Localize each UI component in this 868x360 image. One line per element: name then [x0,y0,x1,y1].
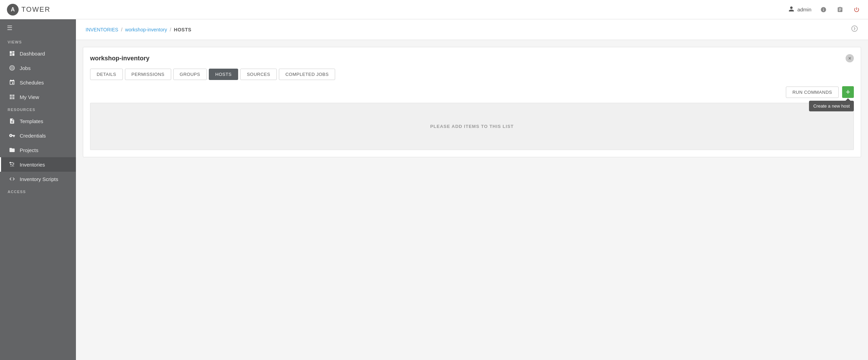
schedules-icon [9,79,16,86]
sidebar-label-jobs: Jobs [20,65,31,71]
logo-icon: A [7,4,19,16]
sidebar-section-views: VIEWS [0,37,76,46]
run-commands-button[interactable]: RUN COMMANDS [786,87,839,98]
tab-permissions[interactable]: PERMISSIONS [125,69,171,80]
projects-icon [9,147,16,153]
sidebar-section-access: ACCESS [0,186,76,196]
app-logo: A TOWER [7,4,50,16]
add-host-button[interactable]: + [842,86,854,98]
dashboard-icon [9,50,16,57]
user-label: admin [797,7,811,12]
svg-point-2 [10,162,11,164]
my-view-icon [9,93,16,100]
sidebar-menu-button[interactable]: ☰ [0,19,76,37]
sidebar-label-inventory-scripts: Inventory Scripts [20,176,58,182]
sidebar-label-dashboard: Dashboard [20,51,45,57]
empty-list-message: PLEASE ADD ITEMS TO THIS LIST [430,124,514,129]
svg-point-0 [11,67,13,69]
topbar-user[interactable]: admin [788,6,811,13]
breadcrumb-sep-2: / [170,27,171,32]
inventory-panel: workshop-inventory × DETAILS PERMISSIONS… [83,47,861,157]
sidebar-item-inventories[interactable]: Inventories [0,157,76,172]
power-icon[interactable] [852,5,861,14]
templates-icon [9,118,16,124]
main-content: INVENTORIES / workshop-inventory / HOSTS… [76,19,868,360]
clipboard-icon[interactable] [836,5,845,14]
app-name: TOWER [21,6,50,13]
sidebar-item-projects[interactable]: Projects [0,143,76,157]
sidebar-item-credentials[interactable]: Credentials [0,128,76,143]
tab-details[interactable]: DETAILS [90,69,123,80]
sidebar-section-resources: RESOURCES [0,104,76,114]
sidebar-item-jobs[interactable]: Jobs [0,61,76,75]
sidebar-label-projects: Projects [20,147,38,153]
sidebar-item-templates[interactable]: Templates [0,114,76,128]
tab-sources[interactable]: SOURCES [240,69,277,80]
sidebar-item-inventory-scripts[interactable]: Inventory Scripts [0,172,76,186]
svg-point-4 [13,163,14,164]
svg-point-5 [10,164,11,165]
tabs-row: DETAILS PERMISSIONS GROUPS HOSTS SOURCES… [90,69,854,80]
breadcrumb: INVENTORIES / workshop-inventory / HOSTS [86,27,192,32]
sidebar-label-my-view: My View [20,94,39,100]
sidebar-item-my-view[interactable]: My View [0,90,76,104]
inventories-icon [9,161,16,168]
sidebar: ☰ VIEWS Dashboard Jobs Schedules My [0,19,76,360]
sidebar-item-schedules[interactable]: Schedules [0,75,76,90]
svg-point-3 [12,162,13,163]
jobs-icon [9,64,16,71]
sidebar-item-dashboard[interactable]: Dashboard [0,46,76,61]
sidebar-label-schedules: Schedules [20,80,44,86]
app-body: ☰ VIEWS Dashboard Jobs Schedules My [0,19,868,360]
tab-groups[interactable]: GROUPS [173,69,207,80]
topbar: A TOWER admin [0,0,868,19]
sidebar-label-credentials: Credentials [20,133,46,139]
sidebar-label-templates: Templates [20,118,43,124]
breadcrumb-hosts: HOSTS [174,27,192,32]
credentials-icon [9,132,16,139]
panel-header: workshop-inventory × [90,54,854,62]
breadcrumb-sep-1: / [121,27,123,32]
breadcrumb-bar: INVENTORIES / workshop-inventory / HOSTS [76,19,868,40]
info-icon[interactable] [819,5,828,14]
user-icon [788,6,794,13]
action-row: RUN COMMANDS + Create a new host [90,86,854,98]
breadcrumb-settings-icon[interactable] [851,25,858,34]
empty-list: PLEASE ADD ITEMS TO THIS LIST [90,103,854,150]
panel-title-text: workshop-inventory [90,55,149,62]
add-host-wrapper: + Create a new host [842,86,854,98]
breadcrumb-inventories[interactable]: INVENTORIES [86,27,118,32]
breadcrumb-workshop-inventory[interactable]: workshop-inventory [125,27,167,32]
panel-close-button[interactable]: × [846,54,854,62]
topbar-icons: admin [788,5,861,14]
tab-hosts[interactable]: HOSTS [209,69,238,80]
sidebar-label-inventories: Inventories [20,162,45,168]
inventory-scripts-icon [9,176,16,182]
tab-completed-jobs[interactable]: COMPLETED JOBS [279,69,335,80]
